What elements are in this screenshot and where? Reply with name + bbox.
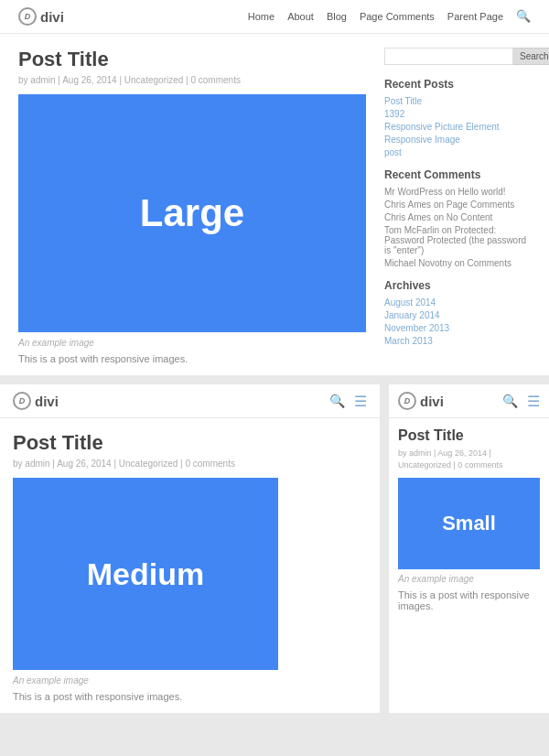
image-label-small: Small	[442, 512, 496, 535]
top-content-area: Post Title by admin | Aug 26, 2014 | Unc…	[0, 34, 549, 364]
small-divi-icon: D	[398, 392, 416, 410]
brand-name: divi	[40, 9, 64, 25]
list-item[interactable]: August 2014	[384, 297, 531, 308]
small-brand[interactable]: D divi	[398, 392, 444, 410]
medium-post-meta: by admin | Aug 26, 2014 | Uncategorized …	[13, 459, 367, 469]
small-search-icon[interactable]: 🔍	[502, 394, 518, 409]
medium-post-title: Post Title	[13, 431, 367, 455]
list-item: Tom McFarlin on Protected: Password Prot…	[384, 225, 531, 255]
small-menu-icon[interactable]: ☰	[527, 393, 540, 410]
nav-parent-page[interactable]: Parent Page	[447, 11, 503, 22]
list-item[interactable]: Post Title	[384, 96, 531, 106]
sidebar-search-input[interactable]	[384, 48, 513, 65]
list-item[interactable]: Responsive Picture Element	[384, 122, 531, 132]
medium-main-content: Post Title by admin | Aug 26, 2014 | Unc…	[0, 418, 380, 702]
large-image-block: Large	[18, 94, 366, 332]
medium-image-block: Medium	[13, 478, 278, 670]
list-item[interactable]: 1392	[384, 109, 531, 119]
small-panel: D divi 🔍 ☰ Post Title by admin | Aug 26,…	[389, 384, 549, 713]
list-item: Michael Novotny on Comments	[384, 258, 531, 268]
small-post-meta: by admin | Aug 26, 2014 | Uncategorized …	[398, 448, 540, 470]
list-item: Chris Ames on Page Comments	[384, 200, 531, 210]
brand-logo[interactable]: D divi	[18, 7, 64, 26]
archives-list: August 2014 January 2014 November 2013 M…	[384, 297, 531, 346]
nav-search-icon[interactable]: 🔍	[516, 9, 531, 24]
nav-home[interactable]: Home	[248, 11, 274, 22]
medium-panel: D divi 🔍 ☰ Post Title by admin | Aug 26,…	[0, 384, 380, 713]
post-meta: by admin | Aug 26, 2014 | Uncategorized …	[18, 75, 366, 85]
nav-page-comments[interactable]: Page Comments	[360, 11, 435, 22]
small-brand-name: divi	[420, 394, 444, 409]
small-main-content: Post Title by admin | Aug 26, 2014 | Unc…	[389, 418, 549, 611]
medium-divi-icon: D	[13, 392, 31, 410]
image-label-large: Large	[140, 191, 244, 235]
sidebar: Search Recent Posts Post Title 1392 Resp…	[384, 48, 531, 364]
list-item[interactable]: March 2013	[384, 336, 531, 346]
divi-icon: D	[18, 7, 37, 26]
sidebar-search-button[interactable]: Search	[513, 48, 549, 65]
nav-links: Home About Blog Page Comments Parent Pag…	[248, 9, 531, 24]
small-image-caption: An example image	[398, 574, 540, 584]
recent-posts-list: Post Title 1392 Responsive Picture Eleme…	[384, 96, 531, 157]
list-item[interactable]: January 2014	[384, 310, 531, 320]
bottom-panels: D divi 🔍 ☰ Post Title by admin | Aug 26,…	[0, 384, 549, 722]
nav-about[interactable]: About	[287, 11, 314, 22]
list-item: Chris Ames on No Content	[384, 212, 531, 222]
archives-heading: Archives	[384, 279, 531, 292]
small-nav-icons: 🔍 ☰	[502, 393, 540, 410]
top-panel: D divi Home About Blog Page Comments Par…	[0, 0, 549, 375]
recent-posts-heading: Recent Posts	[384, 78, 531, 91]
medium-post-excerpt: This is a post with responsive images.	[13, 691, 367, 702]
medium-brand[interactable]: D divi	[13, 392, 59, 410]
post-title: Post Title	[18, 48, 366, 71]
recent-comments-heading: Recent Comments	[384, 168, 531, 181]
sidebar-search-bar: Search	[384, 48, 531, 65]
medium-image-caption: An example image	[13, 675, 367, 686]
small-image-block: Small	[398, 478, 540, 569]
list-item[interactable]: November 2013	[384, 323, 531, 333]
list-item[interactable]: Responsive Image	[384, 135, 531, 145]
nav-blog[interactable]: Blog	[327, 11, 347, 22]
top-main-content: Post Title by admin | Aug 26, 2014 | Unc…	[18, 48, 366, 364]
small-post-title: Post Title	[398, 427, 540, 444]
list-item[interactable]: post	[384, 147, 531, 157]
medium-search-icon[interactable]: 🔍	[329, 394, 345, 409]
image-label-medium: Medium	[87, 556, 204, 592]
medium-menu-icon[interactable]: ☰	[354, 393, 367, 410]
post-excerpt-large: This is a post with responsive images.	[18, 353, 366, 364]
small-post-excerpt: This is a post with responsive images.	[398, 589, 540, 611]
medium-navbar: D divi 🔍 ☰	[0, 384, 380, 418]
medium-brand-name: divi	[35, 394, 59, 409]
list-item: Mr WordPress on Hello world!	[384, 187, 531, 197]
top-navbar: D divi Home About Blog Page Comments Par…	[0, 0, 549, 34]
image-caption-large: An example image	[18, 338, 366, 348]
recent-comments-list: Mr WordPress on Hello world! Chris Ames …	[384, 187, 531, 268]
medium-nav-icons: 🔍 ☰	[329, 393, 367, 410]
small-navbar: D divi 🔍 ☰	[389, 384, 549, 418]
